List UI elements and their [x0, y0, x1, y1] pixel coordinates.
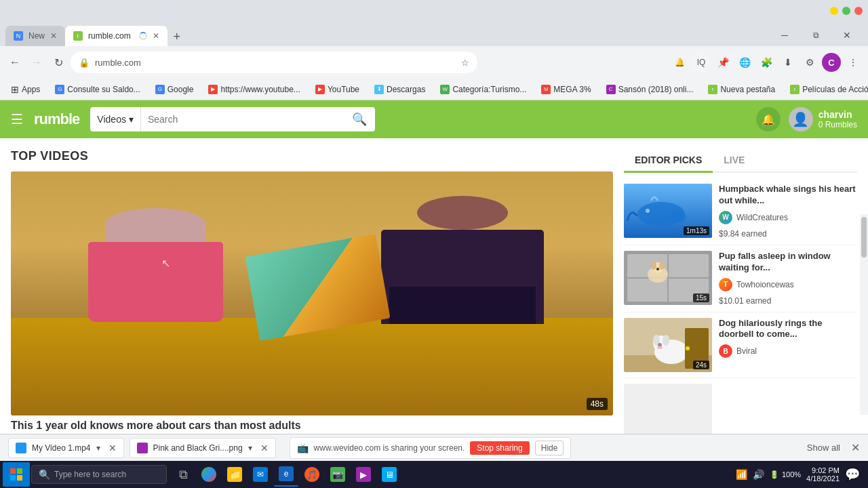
download-item-1[interactable]: Pink and Black Gri....png ▾ ✕	[130, 438, 276, 458]
video-card-title-2: Dog hilariously rings the doorbell to co…	[719, 318, 857, 341]
close-btn[interactable]	[854, 7, 863, 15]
meta-earned-0: $9.84 earned	[719, 227, 857, 239]
video-card-info-0: Humpback whale sings his heart out while…	[719, 184, 857, 239]
taskbar-volume[interactable]: 🔊	[753, 469, 764, 480]
reload-btn[interactable]: ↻	[49, 53, 68, 72]
video-thumb-3	[624, 384, 712, 438]
download-bar: My Video 1.mp4 ▾ ✕ Pink and Black Gri...…	[0, 434, 868, 461]
bookmarks-bar: ⊞ Apps G Consulte su Saldo... G Google ▶…	[0, 79, 868, 100]
featured-video-thumb[interactable]: ↖ 48s	[11, 171, 613, 415]
window-close[interactable]: ✕	[831, 24, 863, 46]
tab-close-rumble[interactable]: ✕	[153, 31, 159, 41]
search-dropdown[interactable]: Videos ▾	[90, 107, 141, 131]
bookmark-apps[interactable]: ⊞ Apps	[5, 83, 45, 96]
show-all-btn[interactable]: Show all	[802, 440, 846, 455]
tab-favicon-rumble: r	[73, 31, 83, 41]
bookmark-google[interactable]: G Google	[150, 83, 199, 96]
tab-live[interactable]: LIVE	[713, 149, 755, 173]
bookmark-sanson[interactable]: C Sansón (2018) onli...	[601, 83, 699, 96]
video-card-0[interactable]: 1m13s Humpback whale sings his heart out…	[624, 178, 857, 245]
taskbar-icon-browser-active[interactable]: e	[274, 462, 298, 487]
window-minimize[interactable]: ─	[769, 24, 800, 46]
more-btn[interactable]: ⋮	[844, 53, 863, 72]
ext-icon-5[interactable]: 🧩	[757, 53, 776, 72]
tab-rumble[interactable]: r rumble.com ✕	[65, 26, 167, 46]
taskbar-icon-mail[interactable]: ✉	[248, 462, 273, 487]
header-right: 🔔 👤 charvin 0 Rumbles	[756, 107, 857, 131]
featured-video-title: This 1 year old knows more about cars th…	[11, 420, 613, 432]
download-name-1: Pink and Black Gri....png	[153, 443, 243, 453]
new-tab-btn[interactable]: +	[167, 27, 186, 46]
url-bar[interactable]: 🔒 rumble.com ☆	[71, 52, 477, 73]
minimize-btn[interactable]	[830, 7, 838, 15]
taskbar-icon-app3[interactable]: ▶	[351, 462, 376, 487]
back-btn[interactable]: ←	[5, 53, 24, 72]
taskbar-icon-app2[interactable]: 📷	[326, 462, 350, 487]
video-card-3[interactable]	[624, 378, 857, 442]
bookmark-mega[interactable]: M MEGA 3%	[536, 83, 596, 96]
bookmark-peliculas[interactable]: r Películas de Acción...	[785, 83, 868, 96]
video-card-2[interactable]: 24s Dog hilariously rings the doorbell t…	[624, 312, 857, 378]
maximize-btn[interactable]	[842, 7, 850, 15]
ext-icon-4[interactable]: 🌐	[735, 53, 754, 72]
window-restore[interactable]: ⧉	[800, 24, 831, 46]
ext-icon-6[interactable]: ⬇	[778, 53, 797, 72]
download-close-1[interactable]: ✕	[260, 443, 269, 453]
forward-btn[interactable]: →	[27, 53, 46, 72]
taskbar-time[interactable]: 9:02 PM 4/18/2021	[806, 466, 840, 483]
scrollbar[interactable]	[860, 214, 868, 415]
dropdown-arrow: ▾	[129, 114, 134, 125]
screen-share-icon: 📺	[297, 443, 309, 453]
bookmark-saldo[interactable]: G Consulte su Saldo...	[50, 83, 145, 96]
tab-close-new[interactable]: ✕	[50, 31, 57, 41]
scrollbar-thumb[interactable]	[861, 217, 867, 258]
hide-btn[interactable]: Hide	[535, 441, 564, 455]
taskbar-network[interactable]: 📶	[736, 469, 747, 480]
download-bar-close[interactable]: ✕	[851, 441, 860, 454]
star-icon[interactable]: ☆	[461, 58, 469, 68]
bookmark-youtube[interactable]: ▶ YouTube	[310, 83, 365, 96]
profile-avatar[interactable]: C	[822, 53, 841, 72]
start-btn[interactable]	[3, 462, 30, 487]
bookmark-nueva[interactable]: r Nueva pestaña	[703, 83, 781, 96]
left-section: TOP VIDEOS	[0, 138, 624, 442]
page-content: ☰ rumble Videos ▾ 🔍 🔔 👤	[0, 100, 868, 442]
rumble-notify-icon[interactable]: 🔔	[756, 107, 781, 131]
hamburger-menu[interactable]: ☰	[11, 111, 23, 127]
ext-icon-3[interactable]: 📌	[713, 53, 732, 72]
download-item-0[interactable]: My Video 1.mp4 ▾ ✕	[8, 438, 124, 458]
taskbar-right: 📶 🔊 🔋 100% 9:02 PM 4/18/2021 💬	[736, 466, 865, 483]
taskbar-icon-task-view[interactable]: ⧉	[171, 462, 195, 487]
loading-spinner	[139, 32, 147, 40]
meta-avatar-0: W	[719, 211, 732, 224]
bookmark-descargas[interactable]: ⬇ Descargas	[369, 83, 431, 96]
ext-icon-7[interactable]: ⚙	[800, 53, 819, 72]
taskbar-notification[interactable]: 💬	[845, 467, 860, 482]
video-card-1[interactable]: 15s Pup falls asleep in window waiting f…	[624, 245, 857, 312]
tab-label-new: New	[28, 31, 45, 41]
taskbar-search[interactable]: 🔍 Type here to search	[31, 465, 167, 484]
search-bar: Videos ▾ 🔍	[90, 107, 375, 131]
search-input[interactable]	[141, 114, 344, 125]
user-info[interactable]: 👤 charvin 0 Rumbles	[789, 107, 857, 131]
meta-channel-2: Bviral	[736, 346, 757, 356]
bookmark-turismo[interactable]: W Categoría:Turismo...	[435, 83, 532, 96]
bookmark-yt1[interactable]: ▶ https://www.youtube...	[203, 83, 305, 96]
taskbar-icon-chrome[interactable]	[197, 462, 221, 487]
search-button[interactable]: 🔍	[344, 107, 375, 131]
download-close-0[interactable]: ✕	[108, 443, 117, 453]
bookmark-google-label: Google	[167, 85, 194, 94]
taskbar-icon-app1[interactable]: 🎵	[300, 462, 324, 487]
svg-point-2	[670, 212, 686, 223]
ext-icon-2[interactable]: IQ	[692, 53, 711, 72]
tab-editor-picks[interactable]: EDITOR PICKS	[624, 149, 713, 173]
ext-icon-1[interactable]: 🔔	[670, 53, 689, 72]
video-card-info-2: Dog hilariously rings the doorbell to co…	[719, 318, 857, 372]
tab-new[interactable]: N New ✕	[5, 26, 65, 46]
taskbar-icon-app4[interactable]: 🖥	[377, 462, 401, 487]
taskbar-icon-explorer[interactable]: 📁	[222, 462, 247, 487]
video-thumb-1: 15s	[624, 251, 712, 305]
svg-point-12	[656, 268, 659, 270]
stop-sharing-btn[interactable]: Stop sharing	[470, 441, 529, 455]
download-icon-0	[16, 443, 26, 453]
